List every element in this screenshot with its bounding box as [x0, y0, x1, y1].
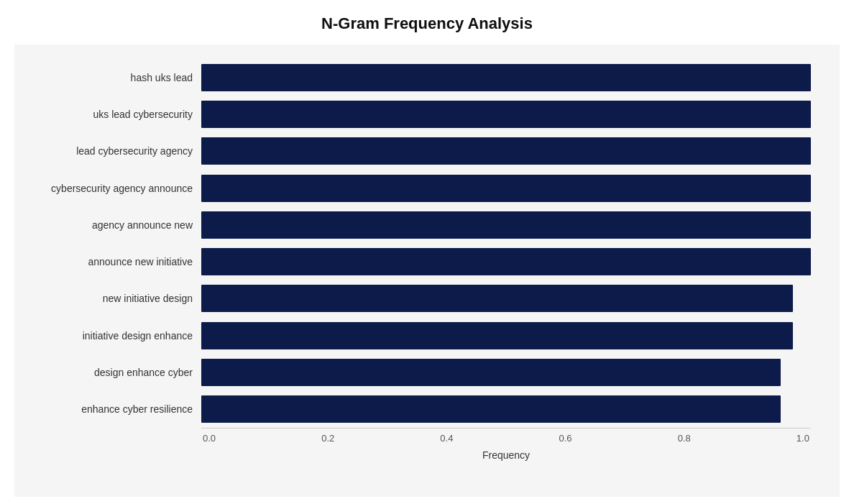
bars-section: hash uks leaduks lead cybersecuritylead …: [29, 59, 811, 428]
x-axis-tick-label: 0.2: [321, 433, 334, 444]
bar-fill: [201, 359, 781, 386]
x-axis-labels: 0.00.20.40.60.81.0: [201, 433, 811, 444]
bar-label: initiative design enhance: [29, 330, 201, 342]
x-axis-tick-label: 0.0: [203, 433, 216, 444]
bar-row: design enhance cyber: [29, 355, 811, 390]
bar-track: [201, 64, 811, 91]
bar-label: announce new initiative: [29, 256, 201, 267]
chart-container: N-Gram Frequency Analysis hash uks leadu…: [0, 0, 854, 504]
bar-label: cybersecurity agency announce: [29, 183, 201, 194]
bar-fill: [201, 248, 811, 275]
bar-fill: [201, 64, 811, 91]
bar-label: new initiative design: [29, 293, 201, 304]
bar-fill: [201, 211, 811, 239]
bar-fill: [201, 285, 793, 312]
bar-fill: [201, 175, 811, 202]
x-axis-line: [201, 428, 811, 429]
x-axis-tick-label: 0.6: [559, 433, 572, 444]
bar-label: design enhance cyber: [29, 367, 201, 378]
x-axis-tick-label: 0.4: [440, 433, 453, 444]
bar-label: lead cybersecurity agency: [29, 145, 201, 157]
bar-track: [201, 101, 811, 128]
bar-row: agency announce new: [29, 208, 811, 242]
bar-label: hash uks lead: [29, 72, 201, 83]
x-axis-tick-label: 1.0: [796, 433, 809, 444]
bar-row: enhance cyber resilience: [29, 392, 811, 426]
bar-fill: [201, 322, 793, 349]
bar-track: [201, 175, 811, 202]
bar-row: new initiative design: [29, 281, 811, 316]
bar-track: [201, 285, 811, 312]
bar-label: agency announce new: [29, 219, 201, 231]
bar-row: uks lead cybersecurity: [29, 97, 811, 132]
bar-track: [201, 137, 811, 165]
bar-track: [201, 395, 811, 423]
bar-label: enhance cyber resilience: [29, 403, 201, 415]
bar-label: uks lead cybersecurity: [29, 109, 201, 120]
bar-track: [201, 211, 811, 239]
x-axis-title: Frequency: [201, 449, 811, 461]
chart-title: N-Gram Frequency Analysis: [321, 14, 533, 33]
chart-area: hash uks leaduks lead cybersecuritylead …: [14, 45, 840, 497]
bar-row: hash uks lead: [29, 60, 811, 95]
bar-fill: [201, 137, 811, 165]
bar-fill: [201, 101, 811, 128]
x-axis-tick-label: 0.8: [678, 433, 691, 444]
bar-row: lead cybersecurity agency: [29, 134, 811, 168]
x-axis: 0.00.20.40.60.81.0: [201, 428, 811, 444]
bar-track: [201, 248, 811, 275]
bar-row: initiative design enhance: [29, 319, 811, 353]
bar-row: announce new initiative: [29, 244, 811, 279]
bar-row: cybersecurity agency announce: [29, 171, 811, 206]
bar-track: [201, 359, 811, 386]
bar-fill: [201, 395, 781, 423]
bar-track: [201, 322, 811, 349]
